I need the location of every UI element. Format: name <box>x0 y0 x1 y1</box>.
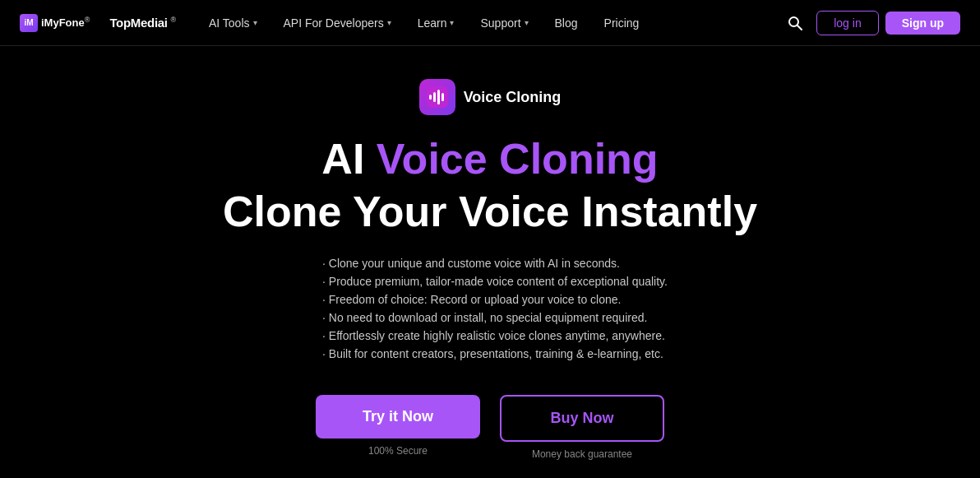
product-name: TopMediai ® <box>109 16 176 30</box>
cta-row: Try it Now 100% Secure Buy Now Money bac… <box>316 395 664 460</box>
svg-rect-5 <box>437 90 440 104</box>
badge-label: Voice Cloning <box>464 89 562 106</box>
feature-item: Effortlessly create highly realistic voi… <box>312 329 668 342</box>
chevron-down-icon: ▾ <box>525 18 529 27</box>
svg-rect-6 <box>441 93 444 101</box>
feature-item: Produce premium, tailor-made voice conte… <box>312 275 668 288</box>
chevron-down-icon: ▾ <box>450 18 454 27</box>
signup-button[interactable]: Sign up <box>885 12 960 35</box>
svg-line-1 <box>797 26 802 30</box>
buy-sub: Money back guarantee <box>532 448 632 460</box>
buy-now-button[interactable]: Buy Now <box>500 395 664 442</box>
product-brand[interactable]: TopMediai ® <box>109 16 176 30</box>
logo[interactable]: iM iMyFone® <box>20 14 90 32</box>
logo-text: iMyFone® <box>41 16 90 29</box>
logo-icon: iM <box>20 14 38 32</box>
svg-rect-3 <box>429 95 432 100</box>
badge-icon <box>419 79 455 115</box>
nav-pricing[interactable]: Pricing <box>594 10 649 36</box>
nav-blog[interactable]: Blog <box>545 10 588 36</box>
login-button[interactable]: log in <box>816 11 878 35</box>
nav-support[interactable]: Support ▾ <box>470 10 538 36</box>
try-sub: 100% Secure <box>368 445 428 457</box>
feature-item: No need to download or install, no speci… <box>312 311 668 324</box>
hero-section: Voice Cloning AI Voice Cloning Clone You… <box>0 46 980 478</box>
nav-api-developers[interactable]: API For Developers ▾ <box>274 10 401 36</box>
buy-group: Buy Now Money back guarantee <box>500 395 664 460</box>
search-icon[interactable] <box>780 8 810 38</box>
nav-ai-tools[interactable]: AI Tools ▾ <box>199 10 267 36</box>
chevron-down-icon: ▾ <box>387 18 391 27</box>
nav-learn[interactable]: Learn ▾ <box>408 10 465 36</box>
headline: AI Voice Cloning Clone Your Voice Instan… <box>223 135 757 237</box>
features-list: Clone your unique and custome voice with… <box>312 257 668 365</box>
try-now-button[interactable]: Try it Now <box>316 395 480 439</box>
chevron-down-icon: ▾ <box>253 18 257 27</box>
navbar: iM iMyFone® TopMediai ® AI Tools ▾ API F… <box>0 0 980 46</box>
svg-rect-4 <box>433 92 436 102</box>
product-badge: Voice Cloning <box>419 79 562 115</box>
try-group: Try it Now 100% Secure <box>316 395 480 457</box>
feature-item: Clone your unique and custome voice with… <box>312 257 668 270</box>
feature-item: Freedom of choice: Record or upload your… <box>312 293 668 306</box>
headline-line2: Clone Your Voice Instantly <box>223 188 757 237</box>
feature-item: Built for content creators, presentation… <box>312 347 668 360</box>
headline-line1: AI Voice Cloning <box>223 135 757 184</box>
